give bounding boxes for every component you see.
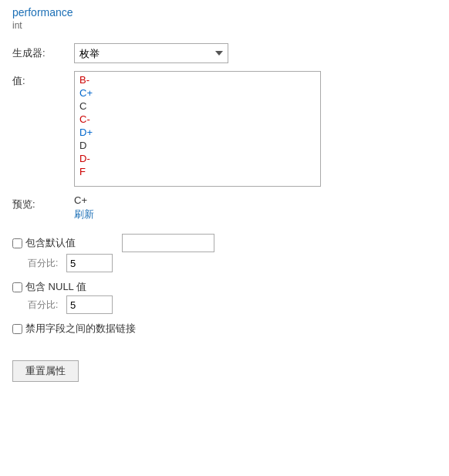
generator-label: 生成器: xyxy=(12,43,74,60)
list-item: C+ xyxy=(75,86,320,100)
preview-label: 预览: xyxy=(12,194,74,211)
list-item: D- xyxy=(75,152,320,165)
list-item: C xyxy=(75,100,320,113)
field-name-heading: performance xyxy=(12,6,437,19)
values-listbox[interactable]: B- C+ C C- D+ D D- F xyxy=(74,71,321,187)
list-item: D+ xyxy=(75,126,320,139)
list-item: B- xyxy=(75,73,320,86)
percentage-input-2[interactable] xyxy=(66,295,113,314)
field-type-label: int xyxy=(12,20,437,31)
disable-link-label: 禁用字段之间的数据链接 xyxy=(25,322,136,336)
percentage-label-1: 百分比: xyxy=(28,257,66,270)
list-item: C- xyxy=(75,113,320,126)
default-value-input[interactable] xyxy=(122,234,214,252)
refresh-link[interactable]: 刷新 xyxy=(74,208,437,221)
reset-button[interactable]: 重置属性 xyxy=(12,360,79,382)
include-null-checkbox[interactable] xyxy=(12,282,22,292)
disable-link-checkbox[interactable] xyxy=(12,324,22,334)
preview-value: C+ xyxy=(74,194,437,206)
list-item: F xyxy=(75,165,320,178)
generator-select[interactable]: 枚举 随机 固定值 xyxy=(74,43,228,63)
percentage-label-2: 百分比: xyxy=(28,299,66,312)
values-label: 值: xyxy=(12,71,74,88)
include-default-label: 包含默认值 xyxy=(25,236,76,250)
list-item: D xyxy=(75,139,320,152)
percentage-input-1[interactable] xyxy=(66,254,113,272)
include-default-checkbox[interactable] xyxy=(12,238,22,248)
include-null-label: 包含 NULL 值 xyxy=(25,280,86,294)
